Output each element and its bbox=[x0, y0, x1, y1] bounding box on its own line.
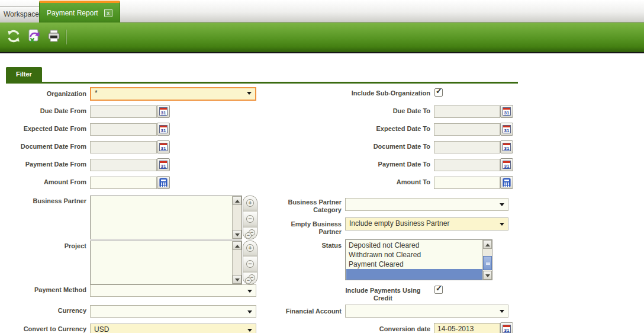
print-button[interactable] bbox=[45, 28, 63, 46]
status-option-selected[interactable] bbox=[346, 269, 482, 280]
filter-underline bbox=[6, 82, 518, 84]
payment-date-to-calendar-button[interactable]: 31 bbox=[500, 158, 513, 171]
document-date-from-input[interactable] bbox=[90, 141, 157, 153]
clear-all-button[interactable]: − − bbox=[243, 228, 257, 239]
status-option[interactable]: Deposited not Cleared bbox=[346, 241, 482, 250]
project-listbox[interactable] bbox=[90, 241, 242, 284]
tab-filter[interactable]: Filter bbox=[6, 67, 42, 82]
due-date-from-calendar-button[interactable]: 31 bbox=[157, 105, 170, 118]
organization-select[interactable]: * bbox=[90, 87, 256, 101]
organization-value: * bbox=[95, 89, 98, 97]
status-option[interactable]: Payment Cleared bbox=[346, 260, 482, 269]
payment-date-from-input[interactable] bbox=[90, 159, 157, 171]
due-date-to-calendar-button[interactable]: 31 bbox=[500, 105, 513, 118]
due-date-from-input[interactable] bbox=[90, 105, 157, 118]
plus-icon: + bbox=[246, 244, 254, 252]
calendar-icon: 31 bbox=[503, 161, 511, 169]
plus-icon: + bbox=[246, 199, 254, 207]
expected-date-from-input[interactable] bbox=[90, 123, 157, 136]
business-partner-scrollbar[interactable] bbox=[232, 196, 242, 239]
add-button[interactable]: + bbox=[243, 241, 257, 255]
scroll-down-icon[interactable] bbox=[233, 230, 242, 239]
status-label: Status bbox=[276, 242, 342, 249]
include-payments-using-credit-label: Include Payments Using Credit bbox=[336, 287, 430, 302]
project-scrollbar[interactable] bbox=[232, 241, 242, 284]
calendar-icon: 31 bbox=[159, 107, 168, 116]
amount-from-label: Amount From bbox=[4, 178, 86, 186]
financial-account-select[interactable] bbox=[345, 305, 508, 318]
tab-bar: Workspace Payment Report x bbox=[0, 0, 644, 23]
toolbar bbox=[0, 23, 644, 53]
filter-tab-label: Filter bbox=[16, 71, 32, 78]
business-partner-picker-buttons: + − − − bbox=[243, 196, 257, 239]
tab-payment-report-label: Payment Report bbox=[47, 9, 98, 17]
organization-label: Organization bbox=[4, 90, 86, 98]
business-partner-category-select[interactable] bbox=[345, 198, 508, 211]
calendar-icon: 31 bbox=[503, 107, 511, 116]
include-payments-using-credit-checkbox[interactable]: ✓ bbox=[434, 286, 443, 294]
payment-report-window: Workspace Payment Report x bbox=[0, 0, 644, 333]
scrollbar-thumb[interactable] bbox=[483, 256, 492, 270]
business-partner-listbox[interactable] bbox=[90, 196, 242, 239]
convert-to-currency-label: Convert to Currency bbox=[4, 325, 86, 333]
remove-button[interactable]: − bbox=[243, 257, 257, 271]
due-date-to-input[interactable] bbox=[434, 105, 500, 118]
status-scrollbar[interactable] bbox=[482, 240, 492, 280]
add-button[interactable]: + bbox=[243, 196, 257, 210]
amount-from-calculator-button[interactable] bbox=[157, 176, 170, 189]
check-icon: ✓ bbox=[436, 87, 442, 95]
document-date-from-label: Document Date From bbox=[4, 143, 86, 151]
amount-to-input[interactable] bbox=[434, 177, 500, 189]
include-sub-organization-checkbox[interactable]: ✓ bbox=[434, 88, 443, 97]
document-date-to-calendar-button[interactable]: 31 bbox=[500, 140, 513, 153]
due-date-from-label: Due Date From bbox=[4, 107, 86, 115]
scroll-down-icon[interactable] bbox=[233, 275, 242, 284]
currency-select[interactable] bbox=[90, 305, 256, 318]
include-sub-organization-label: Include Sub-Organization bbox=[312, 89, 430, 97]
conversion-date-calendar-button[interactable]: 31 bbox=[500, 322, 513, 333]
calendar-icon: 31 bbox=[503, 325, 511, 333]
status-listbox[interactable]: Deposited not Cleared Withdrawn not Clea… bbox=[345, 239, 492, 280]
scroll-up-icon[interactable] bbox=[233, 241, 242, 250]
chevron-down-icon bbox=[247, 290, 252, 293]
close-icon[interactable]: x bbox=[104, 9, 112, 17]
remove-button[interactable]: − bbox=[243, 212, 257, 226]
chevron-down-icon bbox=[500, 203, 504, 206]
minus-icon: − bbox=[246, 215, 254, 223]
tab-payment-report[interactable]: Payment Report x bbox=[39, 1, 120, 23]
payment-method-label: Payment Method bbox=[4, 286, 86, 294]
expected-date-to-calendar-button[interactable]: 31 bbox=[500, 123, 513, 136]
scroll-down-icon[interactable] bbox=[483, 271, 492, 280]
document-date-to-input[interactable] bbox=[434, 141, 500, 153]
business-partner-category-label: Business Partner Category bbox=[276, 198, 342, 214]
tab-workspace-label: Workspace bbox=[4, 10, 39, 18]
expected-date-from-calendar-button[interactable]: 31 bbox=[157, 123, 170, 136]
project-label: Project bbox=[4, 242, 86, 250]
scroll-up-icon[interactable] bbox=[233, 196, 242, 205]
due-date-to-label: Due Date To bbox=[312, 107, 430, 115]
clear-all-button[interactable]: − − bbox=[243, 273, 257, 284]
amount-from-input[interactable] bbox=[90, 177, 157, 189]
payment-method-select[interactable] bbox=[90, 284, 256, 297]
payment-date-from-calendar-button[interactable]: 31 bbox=[157, 158, 170, 171]
document-date-from-calendar-button[interactable]: 31 bbox=[157, 140, 170, 153]
amount-to-label: Amount To bbox=[312, 178, 430, 186]
scroll-up-icon[interactable] bbox=[483, 240, 492, 249]
chevron-down-icon bbox=[247, 329, 252, 332]
calculator-icon bbox=[503, 178, 511, 187]
export-excel-icon bbox=[26, 37, 41, 46]
expected-date-to-input[interactable] bbox=[434, 123, 500, 136]
refresh-icon bbox=[6, 37, 21, 46]
convert-to-currency-select[interactable]: USD bbox=[90, 324, 256, 333]
amount-to-calculator-button[interactable] bbox=[500, 176, 513, 189]
check-icon: ✓ bbox=[436, 284, 442, 293]
payment-date-to-label: Payment Date To bbox=[312, 161, 430, 168]
empty-business-partner-select[interactable]: Include empty Business Partner bbox=[345, 217, 508, 230]
status-option[interactable]: Withdrawn not Cleared bbox=[346, 250, 482, 260]
refresh-button[interactable] bbox=[5, 28, 22, 46]
chevron-down-icon bbox=[247, 92, 252, 95]
export-button[interactable] bbox=[25, 28, 43, 46]
payment-date-to-input[interactable] bbox=[434, 159, 500, 171]
conversion-date-input[interactable]: 14-05-2013 bbox=[434, 323, 500, 333]
calendar-icon: 31 bbox=[159, 161, 168, 169]
